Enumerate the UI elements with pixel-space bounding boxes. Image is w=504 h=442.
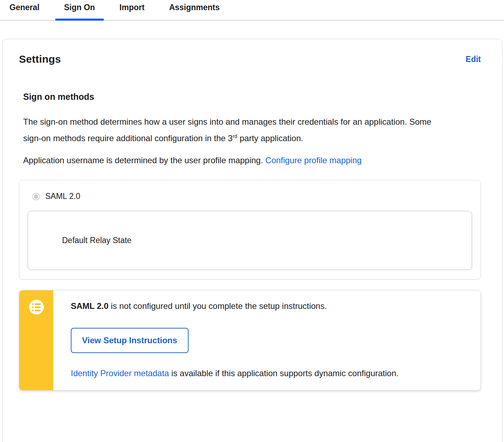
saml-radio-button[interactable] xyxy=(32,193,40,200)
edit-button[interactable]: Edit xyxy=(466,55,481,64)
saml-method-box: SAML 2.0 Default Relay State xyxy=(19,180,481,279)
callout-message-text: is not configured until you complete the… xyxy=(109,301,327,311)
list-icon xyxy=(29,300,44,315)
saml-radio-label: SAML 2.0 xyxy=(45,192,80,201)
radio-dot xyxy=(34,194,38,199)
identity-provider-metadata-line: Identity Provider metadata is available … xyxy=(71,368,466,378)
username-note-text: Application username is determined by th… xyxy=(23,156,265,165)
default-relay-state-label: Default Relay State xyxy=(62,236,131,245)
description-text-part2: party application. xyxy=(237,133,303,143)
sign-on-methods-heading: Sign on methods xyxy=(23,92,481,102)
tab-sign-on[interactable]: Sign On xyxy=(55,3,104,21)
username-mapping-note: Application username is determined by th… xyxy=(23,154,481,166)
description-superscript: rd xyxy=(233,133,237,139)
saml-setup-callout: SAML 2.0 is not configured until you com… xyxy=(19,290,481,391)
callout-app-name: SAML 2.0 xyxy=(71,301,109,311)
description-text-part1: The sign-on method determines how a user… xyxy=(23,117,431,143)
identity-provider-metadata-link[interactable]: Identity Provider metadata xyxy=(71,368,169,378)
view-setup-instructions-button[interactable]: View Setup Instructions xyxy=(71,328,189,353)
configure-profile-mapping-link[interactable]: Configure profile mapping xyxy=(265,156,362,165)
callout-warning-stripe xyxy=(19,290,53,390)
sign-on-methods-description: The sign-on method determines how a user… xyxy=(23,114,433,147)
tab-assignments[interactable]: Assignments xyxy=(160,3,228,21)
page-title: Settings xyxy=(19,53,61,65)
tab-general[interactable]: General xyxy=(1,3,48,21)
app-tab-bar: General Sign On Import Assignments xyxy=(0,0,504,21)
callout-message: SAML 2.0 is not configured until you com… xyxy=(71,301,466,311)
tab-import[interactable]: Import xyxy=(111,3,154,21)
saml-radio-row: SAML 2.0 xyxy=(32,192,472,201)
metadata-message-text: is available if this application support… xyxy=(169,368,399,378)
default-relay-state-fieldset: Default Relay State xyxy=(28,211,472,270)
callout-body: SAML 2.0 is not configured until you com… xyxy=(53,290,481,390)
settings-card-header: Settings Edit xyxy=(19,39,481,65)
settings-card: Settings Edit Sign on methods The sign-o… xyxy=(2,39,502,442)
